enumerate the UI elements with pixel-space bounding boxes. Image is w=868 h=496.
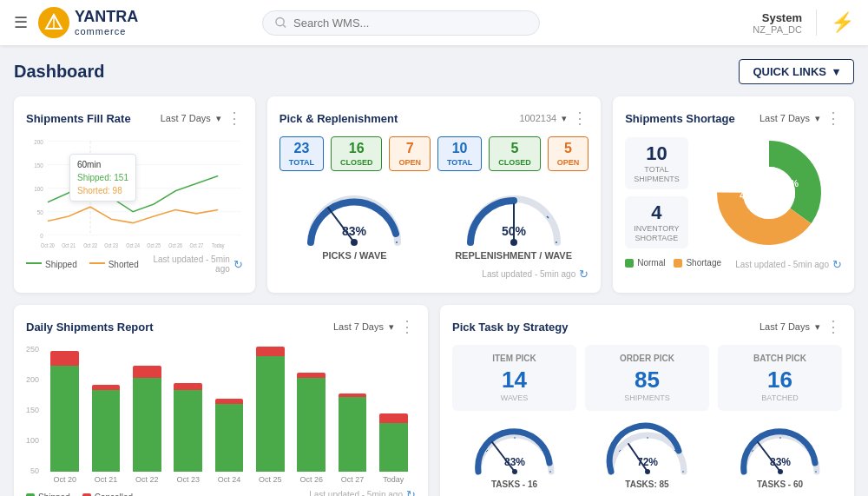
pr-tab-picks-total[interactable]: 23 TOTAL bbox=[279, 136, 324, 171]
yantra-logo-svg bbox=[44, 13, 63, 32]
ss-legend-normal: Normal bbox=[625, 258, 665, 268]
pt-order-pick-num: 85 bbox=[594, 367, 700, 393]
pr-tabs: 23 TOTAL 16 CLOSED 7 OPEN 10 TOTAL 5 C bbox=[279, 136, 589, 171]
sfr-footer: Shipped Shorted Last updated - 5min ago … bbox=[26, 255, 243, 274]
user-region: NZ_PA_DC bbox=[753, 24, 802, 35]
bar-stack bbox=[169, 341, 207, 472]
ss-legend: Normal Shortage bbox=[625, 258, 721, 268]
shipped-bar-segment bbox=[215, 404, 243, 472]
shipped-bar-segment bbox=[133, 378, 161, 472]
quick-links-button[interactable]: QUICK LINKS ▾ bbox=[739, 59, 855, 84]
chevron-down-icon[interactable]: ▾ bbox=[216, 113, 221, 124]
pr-tab-picks-open[interactable]: 7 OPEN bbox=[389, 136, 431, 171]
svg-text:60%: 60% bbox=[779, 178, 799, 188]
svg-text:200: 200 bbox=[34, 138, 43, 145]
bottom-grid: Daily Shipments Report Last 7 Days ▾ ⋮ 2… bbox=[14, 305, 854, 496]
header-right: System NZ_PA_DC ⚡ bbox=[753, 10, 854, 36]
svg-text:Oct 25: Oct 25 bbox=[147, 242, 161, 248]
pt-more-icon[interactable]: ⋮ bbox=[825, 317, 842, 336]
pt-order-pick-title: ORDER PICK bbox=[594, 354, 700, 363]
daily-legend: Shipped Cancelled bbox=[26, 493, 133, 496]
sfr-updated-text: Last updated - 5min ago bbox=[139, 255, 230, 274]
lightning-icon[interactable]: ⚡ bbox=[831, 11, 854, 34]
refresh-icon[interactable]: ↻ bbox=[233, 258, 243, 271]
shipped-bar-segment bbox=[379, 423, 407, 472]
chevron-down-icon[interactable]: ▾ bbox=[815, 321, 820, 333]
svg-point-39 bbox=[510, 239, 517, 246]
menu-icon[interactable]: ☰ bbox=[14, 13, 28, 32]
ss-inventory-num: 4 bbox=[634, 202, 680, 224]
picks-gauge-svg: 83% bbox=[302, 182, 406, 247]
pr-picks-closed-lbl: CLOSED bbox=[340, 158, 373, 167]
ss-more-icon[interactable]: ⋮ bbox=[825, 109, 842, 128]
svg-text:150: 150 bbox=[34, 162, 43, 169]
batch-gauge-svg: 83% bbox=[737, 420, 824, 476]
cancelled-bar-segment bbox=[174, 383, 201, 390]
bar-group: Today bbox=[375, 341, 412, 484]
pr-tab-rep-closed[interactable]: 5 CLOSED bbox=[489, 136, 541, 171]
bar-label: Today bbox=[383, 475, 404, 484]
pt-item-pick-num: 14 bbox=[461, 367, 568, 393]
svg-text:Oct 26: Oct 26 bbox=[168, 242, 182, 248]
sfr-card-header: Shipments Fill Rate Last 7 Days ▾ ⋮ bbox=[26, 109, 243, 128]
sfr-period: Last 7 Days bbox=[161, 113, 211, 123]
cancelled-square-icon bbox=[82, 493, 91, 497]
bar-stack bbox=[375, 341, 412, 472]
ss-card-header: Shipments Shortage Last 7 Days ▾ ⋮ bbox=[625, 109, 842, 128]
chevron-down-icon[interactable]: ▾ bbox=[389, 321, 394, 333]
shipped-bar-segment bbox=[174, 390, 201, 472]
bar-group: Oct 23 bbox=[169, 341, 207, 484]
pr-gauge-rep: 50% REPLENISHMENT / WAVE bbox=[438, 182, 589, 261]
pr-tab-rep-open[interactable]: 5 OPEN bbox=[548, 136, 589, 171]
chevron-down-icon: ▾ bbox=[833, 65, 839, 78]
daily-legend-cancelled: Cancelled bbox=[82, 493, 133, 496]
daily-more-icon[interactable]: ⋮ bbox=[399, 317, 416, 336]
chevron-down-icon[interactable]: ▾ bbox=[562, 113, 567, 124]
pt-batch-tasks-label: TASKS - 60 bbox=[718, 479, 842, 489]
svg-text:Today: Today bbox=[212, 242, 224, 248]
bar-stack bbox=[46, 341, 83, 472]
bar-stack bbox=[333, 341, 371, 472]
svg-point-52 bbox=[512, 469, 517, 474]
bar-label: Oct 25 bbox=[259, 475, 282, 484]
sfr-tooltip: 60min Shipped: 151 Shorted: 98 bbox=[69, 154, 136, 202]
sfr-more-icon[interactable]: ⋮ bbox=[227, 109, 243, 128]
pr-refresh-icon[interactable]: ↻ bbox=[579, 268, 589, 281]
ss-bottom: Normal Shortage Last updated - 5min ago … bbox=[625, 255, 842, 271]
pt-gauge-batch: 83% TASKS - 60 bbox=[718, 420, 842, 489]
item-gauge-svg: 83% bbox=[471, 420, 558, 476]
pr-picks-closed-num: 16 bbox=[340, 141, 373, 156]
search-input[interactable] bbox=[293, 17, 527, 30]
daily-refresh-icon[interactable]: ↻ bbox=[406, 488, 416, 496]
shipments-shortage-card: Shipments Shortage Last 7 Days ▾ ⋮ 10 TO… bbox=[613, 96, 854, 293]
pt-item-tasks-label: TASKS - 16 bbox=[452, 479, 576, 489]
svg-point-68 bbox=[778, 469, 783, 474]
pr-more-icon[interactable]: ⋮ bbox=[572, 109, 589, 128]
pr-gauge-picks: 83% PICKS / WAVE bbox=[279, 182, 430, 261]
rep-gauge-label: REPLENISHMENT / WAVE bbox=[438, 250, 589, 261]
pr-picks-open-num: 7 bbox=[398, 141, 421, 156]
pt-batch-pick-title: BATCH PICK bbox=[727, 354, 833, 363]
bar-stack bbox=[293, 341, 330, 472]
bar-group: Oct 22 bbox=[128, 341, 166, 484]
pt-batch-pick-sub: BATCHED bbox=[727, 393, 833, 402]
svg-text:0: 0 bbox=[40, 232, 43, 239]
shipped-bar-segment bbox=[92, 390, 120, 472]
pick-replenishment-card: Pick & Replenishment 1002134 ▾ ⋮ 23 TOTA… bbox=[267, 96, 601, 293]
cancelled-bar-segment bbox=[50, 351, 78, 366]
search-bar[interactable] bbox=[262, 10, 540, 36]
chevron-down-icon[interactable]: ▾ bbox=[815, 113, 820, 124]
pr-tab-rep-total[interactable]: 10 TOTAL bbox=[437, 136, 482, 171]
bar-group: Oct 27 bbox=[333, 341, 371, 484]
logo-text: YANTRA commerce bbox=[75, 9, 138, 36]
pt-strategies: ITEM PICK 14 WAVES ORDER PICK 85 SHIPMEN… bbox=[452, 345, 842, 411]
ss-refresh-icon[interactable]: ↻ bbox=[832, 258, 842, 271]
pr-tab-picks-closed[interactable]: 16 CLOSED bbox=[331, 136, 383, 171]
pr-picks-total-lbl: TOTAL bbox=[289, 158, 314, 167]
bar-stack bbox=[87, 341, 124, 472]
shipped-bar-segment bbox=[297, 378, 325, 472]
shipped-line-icon bbox=[26, 262, 42, 264]
sfr-legend-shorted: Shorted bbox=[89, 260, 139, 269]
pt-order-pick: ORDER PICK 85 SHIPMENTS bbox=[585, 345, 709, 411]
daily-footer: Shipped Cancelled Last updated - 5min ag… bbox=[26, 487, 416, 496]
